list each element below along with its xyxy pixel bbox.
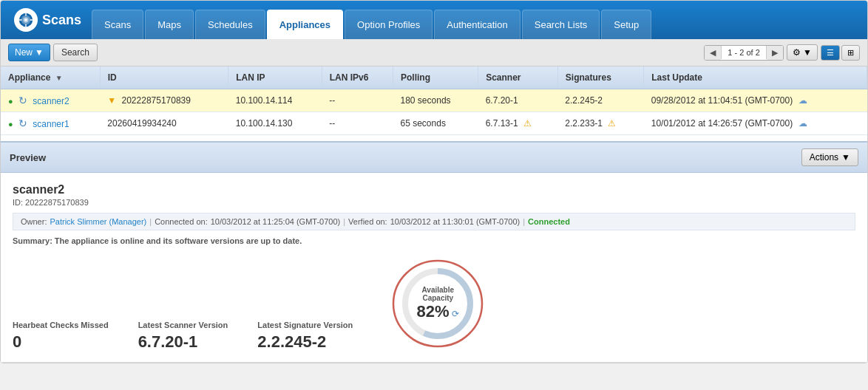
- status-icon: ●: [8, 97, 13, 106]
- owner-link[interactable]: Patrick Slimmer (Manager): [50, 217, 146, 226]
- download-icon: ▼: [107, 95, 116, 106]
- tab-scans[interactable]: Scans: [92, 10, 143, 39]
- tab-search-lists[interactable]: Search Lists: [522, 10, 600, 39]
- col-id: ID: [100, 66, 228, 89]
- sep2: |: [343, 217, 345, 226]
- signature-version-label: Latest Signature Version: [257, 321, 353, 329]
- verified-on-label: Verfied on:: [348, 217, 387, 226]
- cell-id: ▼ 20222875170839: [100, 89, 228, 112]
- metric-heartbeat: Hearbeat Checks Missed 0: [13, 321, 109, 352]
- toolbar-left: New ▼ Search: [8, 44, 98, 61]
- cell-scanner: 6.7.13-1 ⚠: [478, 112, 558, 135]
- capacity-value: 82%: [417, 302, 450, 321]
- tab-appliances[interactable]: Appliances: [267, 10, 343, 39]
- cell-lan-ipv6: --: [322, 112, 393, 135]
- heartbeat-label: Hearbeat Checks Missed: [13, 321, 109, 329]
- table-row[interactable]: ● ↻ scanner2 ▼ 20222875170839 10.100.14.…: [1, 89, 867, 112]
- cell-appliance: ● ↻ scanner2: [1, 89, 100, 112]
- new-chevron: ▼: [35, 47, 44, 58]
- preview-appliance-name: scanner2: [13, 183, 855, 196]
- capacity-container: Available Capacity 82% ⟳: [390, 256, 486, 352]
- gear-chevron: ▼: [803, 47, 812, 58]
- new-label: New: [15, 47, 33, 58]
- owner-label: Owner:: [21, 217, 47, 226]
- info-bar: Owner: Patrick Slimmer (Manager) | Conne…: [13, 213, 855, 230]
- toolbar: New ▼ Search ◀ 1 - 2 of 2 ▶ ⚙ ▼ ☰ ⊞: [1, 39, 867, 66]
- capacity-inner: Available Capacity 82% ⟳: [414, 286, 462, 321]
- metric-scanner: Latest Scanner Version 6.7.20-1: [138, 321, 228, 352]
- cell-last-update: 09/28/2012 at 11:04:51 (GMT-0700) ☁: [644, 89, 867, 112]
- tab-authentication[interactable]: Authentication: [434, 10, 520, 39]
- search-button[interactable]: Search: [53, 44, 98, 61]
- sort-icon: ▼: [55, 74, 63, 82]
- summary-text: The appliance is online and its software…: [55, 236, 302, 245]
- summary-label: Summary:: [13, 236, 52, 245]
- cycle-icon: ↻: [18, 95, 27, 106]
- table-header-row: Appliance ▼ ID LAN IP LAN IPv6 Polling S…: [1, 66, 867, 89]
- sep3: |: [523, 217, 525, 226]
- status-icon: ●: [8, 120, 13, 129]
- col-scanner: Scanner: [478, 66, 558, 89]
- actions-label: Actions: [810, 152, 838, 162]
- new-button[interactable]: New ▼: [8, 44, 50, 61]
- cloud-icon: ☁: [799, 118, 807, 129]
- cell-lan-ipv6: --: [322, 89, 393, 112]
- gear-icon: ⚙: [793, 47, 801, 58]
- cell-last-update: 10/01/2012 at 14:26:57 (GMT-0700) ☁: [644, 112, 867, 135]
- actions-button[interactable]: Actions ▼: [801, 148, 858, 166]
- page-info: 1 - 2 of 2: [721, 46, 766, 59]
- gear-button[interactable]: ⚙ ▼: [787, 44, 818, 61]
- pagination: ◀ 1 - 2 of 2 ▶: [704, 45, 783, 61]
- col-last-update: Last Update: [644, 66, 867, 89]
- brand: Scans: [7, 1, 89, 39]
- col-polling: Polling: [393, 66, 478, 89]
- col-appliance: Appliance ▼: [1, 66, 100, 89]
- grid-view-button[interactable]: ⊞: [841, 45, 860, 61]
- cell-signatures: 2.2.233-1 ⚠: [557, 112, 643, 135]
- scanner-version-label: Latest Scanner Version: [138, 321, 228, 329]
- next-page-button[interactable]: ▶: [767, 46, 783, 60]
- tab-maps[interactable]: Maps: [145, 10, 194, 39]
- connected-on-value: 10/03/2012 at 11:25:04 (GMT-0700): [211, 217, 341, 226]
- signature-version-value: 2.2.245-2: [257, 332, 353, 352]
- cloud-icon: ☁: [799, 95, 807, 106]
- preview-body: scanner2 ID: 20222875170839 Owner: Patri…: [1, 173, 867, 363]
- top-nav: Scans Scans Maps Schedules Appliances Op…: [1, 1, 867, 39]
- warning-scanner-icon: ⚠: [523, 118, 532, 129]
- table-body: ● ↻ scanner2 ▼ 20222875170839 10.100.14.…: [1, 89, 867, 135]
- cell-scanner: 6.7.20-1: [478, 89, 558, 112]
- col-lan-ipv6: LAN IPv6: [322, 66, 393, 89]
- metric-signature: Latest Signature Version 2.2.245-2: [257, 321, 353, 352]
- preview-header: Preview Actions ▼: [1, 141, 867, 173]
- appliance-name[interactable]: scanner2: [33, 96, 69, 106]
- metrics-row: Hearbeat Checks Missed 0 Latest Scanner …: [13, 256, 855, 352]
- capacity-label: Available Capacity: [414, 286, 462, 302]
- preview-appliance-id: ID: 20222875170839: [13, 198, 855, 207]
- col-signatures: Signatures: [557, 66, 643, 89]
- cell-appliance: ● ↻ scanner1: [1, 112, 100, 135]
- cell-polling: 65 seconds: [393, 112, 478, 135]
- view-buttons: ☰ ⊞: [821, 45, 860, 61]
- sep1: |: [149, 217, 152, 226]
- actions-chevron: ▼: [841, 152, 850, 162]
- preview-title-label: Preview: [10, 152, 46, 163]
- status-connected: Connected: [528, 217, 570, 226]
- cell-polling: 180 seconds: [393, 89, 478, 112]
- cell-signatures: 2.2.245-2: [557, 89, 643, 112]
- prev-page-button[interactable]: ◀: [705, 46, 721, 60]
- svg-point-3: [24, 18, 27, 21]
- warning-sig-icon: ⚠: [608, 118, 616, 129]
- list-view-button[interactable]: ☰: [821, 45, 840, 61]
- scanner-version-value: 6.7.20-1: [138, 332, 228, 352]
- brand-name: Scans: [42, 13, 81, 28]
- tab-option-profiles[interactable]: Option Profiles: [345, 10, 433, 39]
- appliance-name[interactable]: scanner1: [33, 119, 69, 129]
- tab-setup[interactable]: Setup: [601, 10, 651, 39]
- cell-id: 20260419934240: [100, 112, 228, 135]
- brand-icon: [14, 8, 38, 32]
- connected-on-label: Connected on:: [155, 217, 208, 226]
- appliances-table: Appliance ▼ ID LAN IP LAN IPv6 Polling S…: [1, 66, 867, 135]
- table-row[interactable]: ● ↻ scanner1 20260419934240 10.100.14.13…: [1, 112, 867, 135]
- tab-schedules[interactable]: Schedules: [195, 10, 265, 39]
- heartbeat-value: 0: [13, 332, 109, 352]
